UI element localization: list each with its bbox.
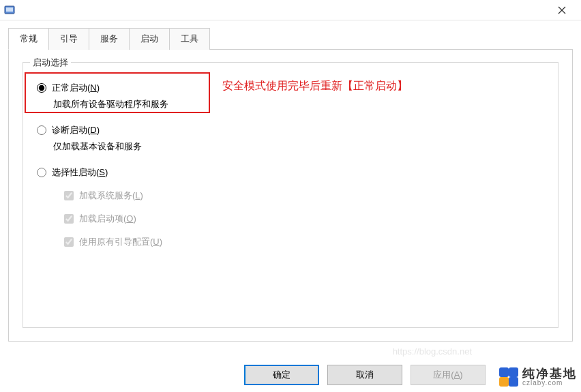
ok-button[interactable]: 确定 [244, 365, 319, 385]
radio-normal-label: 正常启动(N) [52, 82, 100, 94]
titlebar [0, 0, 581, 20]
radio-sel-label: 选择性启动(S) [52, 166, 108, 179]
msconfig-icon [4, 5, 15, 16]
radio-selective-startup[interactable]: 选择性启动(S) [37, 166, 547, 179]
tab-boot[interactable]: 引导 [48, 28, 89, 50]
logo-text-cn: 纯净基地 [522, 367, 577, 380]
tab-services[interactable]: 服务 [89, 28, 130, 50]
tab-strip: 常规 引导 服务 启动 工具 [8, 27, 573, 50]
dialog-button-bar: 确定 取消 应用(A) [244, 365, 486, 385]
tab-tools[interactable]: 工具 [169, 28, 210, 50]
radio-diagnostic-startup[interactable]: 诊断启动(D) [37, 124, 547, 136]
checkbox-load-startup-items: 加载启动项(O) [64, 213, 547, 225]
tab-general[interactable]: 常规 [8, 28, 49, 50]
close-button[interactable] [548, 1, 576, 20]
apply-button: 应用(A) [411, 365, 486, 385]
logo-text-en: czlaby.com [522, 380, 577, 387]
radio-normal-desc: 加载所有设备驱动程序和服务 [53, 98, 547, 110]
chk-boot-input [64, 237, 74, 247]
tab-panel-general: 启动选择 安全模式使用完毕后重新【正常启动】 正常启动(N) 加载所有设备驱动程… [8, 50, 573, 342]
annotation-text: 安全模式使用完毕后重新【正常启动】 [222, 79, 408, 93]
radio-diag-label: 诊断启动(D) [52, 124, 100, 136]
checkbox-use-original-boot-config: 使用原有引导配置(U) [64, 236, 547, 248]
site-logo: 纯净基地 czlaby.com [499, 367, 577, 387]
radio-diag-input[interactable] [37, 125, 46, 135]
cancel-button[interactable]: 取消 [327, 365, 402, 385]
chk-sys-label: 加载系统服务(L) [79, 190, 143, 202]
fieldset-legend: 启动选择 [30, 57, 71, 69]
chk-start-label: 加载启动项(O) [79, 213, 136, 225]
chk-start-input [64, 214, 74, 224]
startup-selection-group: 启动选择 安全模式使用完毕后重新【正常启动】 正常启动(N) 加载所有设备驱动程… [23, 62, 558, 328]
close-icon [558, 6, 566, 14]
watermark-text: https://blog.csdn.net [393, 346, 472, 357]
logo-icon [499, 367, 518, 387]
chk-boot-label: 使用原有引导配置(U) [79, 236, 162, 248]
checkbox-load-system-services: 加载系统服务(L) [64, 190, 547, 202]
radio-diag-desc: 仅加载基本设备和服务 [53, 140, 547, 153]
radio-sel-input[interactable] [37, 168, 46, 177]
chk-sys-input [64, 191, 74, 200]
radio-normal-input[interactable] [37, 83, 46, 93]
tab-startup[interactable]: 启动 [129, 28, 170, 50]
svg-rect-1 [6, 7, 13, 12]
